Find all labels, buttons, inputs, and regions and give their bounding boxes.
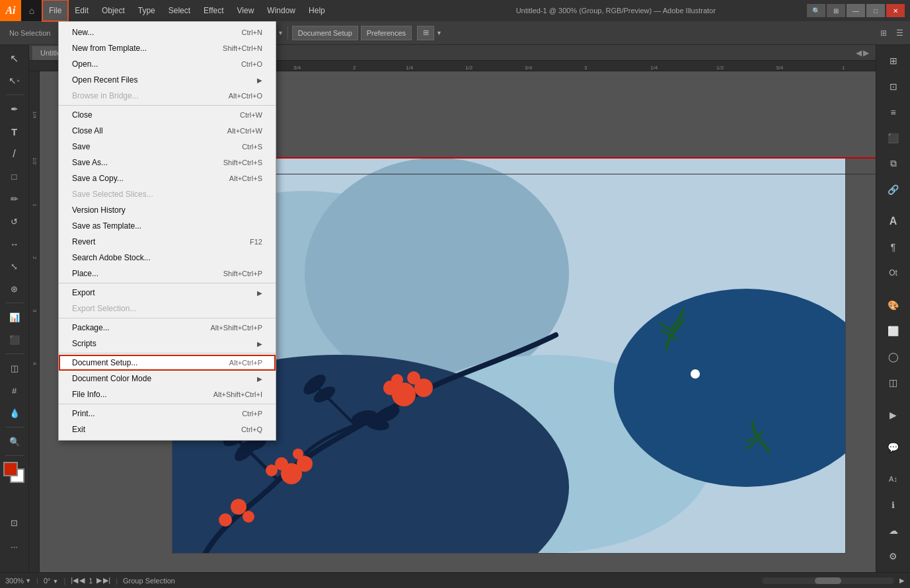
h-scrollbar[interactable] <box>762 577 894 584</box>
panel-btn-settings[interactable]: ⚙ <box>882 545 905 568</box>
panel-icon-2[interactable]: ☰ <box>893 26 906 40</box>
tab-right-arrow[interactable]: ▶ <box>863 48 869 57</box>
menu-print[interactable]: Print... Ctrl+P <box>59 406 276 422</box>
menu-version-history[interactable]: Version History <box>59 202 276 218</box>
panel-btn-gradient[interactable]: ◫ <box>882 371 905 394</box>
menu-save-copy[interactable]: Save a Copy... Alt+Ctrl+S <box>59 170 276 186</box>
menu-close[interactable]: Close Ctrl+W <box>59 107 276 123</box>
panel-btn-transform[interactable]: ⊡ <box>882 75 905 98</box>
svg-text:3/4: 3/4 <box>776 65 784 71</box>
preferences-button[interactable]: Preferences <box>361 26 412 40</box>
search-button[interactable]: 🔍 <box>807 4 825 17</box>
menu-close-all[interactable]: Close All Alt+Ctrl+W <box>59 123 276 139</box>
pen-tool[interactable]: ✒ <box>4 98 25 120</box>
menu-file[interactable]: File <box>42 0 68 21</box>
menu-save-template[interactable]: Save as Template... <box>59 218 276 234</box>
menu-file-info[interactable]: File Info... Alt+Shift+Ctrl+I <box>59 386 276 402</box>
zoom-control[interactable]: 300% ▼ <box>5 577 31 585</box>
type-tool[interactable]: T <box>4 121 25 142</box>
mesh-tool[interactable]: # <box>4 380 25 401</box>
panel-btn-color[interactable]: 🎨 <box>882 294 905 317</box>
menu-window[interactable]: Window <box>260 0 302 21</box>
mirror-tool[interactable]: ↔ <box>4 233 25 254</box>
menu-effect[interactable]: Effect <box>197 0 230 21</box>
angle-arrow[interactable]: ▼ <box>53 578 59 585</box>
page-prev-btn[interactable]: ◀ <box>79 576 85 585</box>
page-last-btn[interactable]: ▶| <box>103 576 110 585</box>
menu-export[interactable]: Export ▶ <box>59 285 276 301</box>
zoom-tool[interactable]: 🔍 <box>4 431 25 452</box>
zoom-arrow[interactable]: ▼ <box>25 577 31 584</box>
selection-status: No Selection <box>4 29 57 37</box>
style-arrow[interactable]: ▼ <box>278 30 284 36</box>
menu-save[interactable]: Save Ctrl+S <box>59 139 276 155</box>
arrange-arrow[interactable]: ▼ <box>436 30 442 36</box>
fg-color-swatch[interactable] <box>3 462 18 476</box>
arrange-button[interactable]: ⊞ <box>417 26 434 40</box>
select-tool[interactable]: ↖ <box>4 48 25 69</box>
h-scrollbar-thumb[interactable] <box>815 577 841 584</box>
panel-btn-play[interactable]: ▶ <box>882 403 905 426</box>
sep-3 <box>59 318 276 318</box>
scroll-arrow-right[interactable]: ▶ <box>899 577 905 584</box>
panel-btn-type[interactable]: A <box>882 210 905 233</box>
menu-package[interactable]: Package... Alt+Shift+Ctrl+P <box>59 320 276 336</box>
menu-save-as[interactable]: Save As... Shift+Ctrl+S <box>59 155 276 170</box>
close-button[interactable]: ✕ <box>886 4 905 17</box>
menu-color-mode[interactable]: Document Color Mode ▶ <box>59 371 276 386</box>
panel-btn-stroke[interactable]: ◯ <box>882 346 905 369</box>
panel-btn-swatches[interactable]: ⬜ <box>882 320 905 343</box>
menu-select[interactable]: Select <box>162 0 197 21</box>
rotate-tool[interactable]: ↺ <box>4 211 25 232</box>
perspective-tool[interactable]: ⬛ <box>4 329 25 350</box>
more-tools[interactable]: ··· <box>4 536 25 557</box>
scale-tool[interactable]: ⤡ <box>4 256 25 277</box>
brush-tool[interactable]: ✏ <box>4 188 25 209</box>
graph-tool[interactable]: 📊 <box>4 307 25 328</box>
menu-new[interactable]: New... Ctrl+N <box>59 24 276 40</box>
artboard-tool[interactable]: ⊡ <box>4 512 25 533</box>
menu-open[interactable]: Open... Ctrl+O <box>59 56 276 72</box>
gradient-tool[interactable]: ◫ <box>4 357 25 379</box>
menu-scripts[interactable]: Scripts ▶ <box>59 336 276 351</box>
panel-btn-chartype[interactable]: A↕ <box>882 468 905 491</box>
panel-btn-pathfinder[interactable]: ⬛ <box>882 126 905 149</box>
layout-button[interactable]: ⊞ <box>827 4 845 17</box>
page-next-btn[interactable]: ▶ <box>96 576 102 585</box>
panel-btn-arrange[interactable]: ⊞ <box>882 49 905 72</box>
home-icon[interactable]: ⌂ <box>21 0 42 21</box>
color-swatches[interactable] <box>3 462 26 484</box>
panel-btn-links[interactable]: 🔗 <box>882 178 905 201</box>
doc-setup-button[interactable]: Document Setup <box>292 26 358 40</box>
menu-object[interactable]: Object <box>95 0 132 21</box>
page-first-btn[interactable]: |◀ <box>71 576 78 585</box>
menu-edit[interactable]: Edit <box>68 0 95 21</box>
warp-tool[interactable]: ⊛ <box>4 278 25 299</box>
menu-type[interactable]: Type <box>132 0 162 21</box>
tab-left-arrow[interactable]: ◀ <box>856 48 862 57</box>
menu-search-stock[interactable]: Search Adobe Stock... <box>59 250 276 266</box>
panel-btn-para[interactable]: ¶ <box>882 236 905 259</box>
panel-btn-info[interactable]: ℹ <box>882 494 905 517</box>
menu-view[interactable]: View <box>231 0 261 21</box>
menu-new-template[interactable]: New from Template... Shift+Ctrl+N <box>59 40 276 56</box>
menu-revert[interactable]: Revert F12 <box>59 234 276 250</box>
minimize-button[interactable]: — <box>847 4 865 17</box>
panel-btn-comment[interactable]: 💬 <box>882 435 905 459</box>
maximize-button[interactable]: □ <box>866 4 885 17</box>
direct-select-tool[interactable]: ↖+ <box>4 70 25 91</box>
menu-help[interactable]: Help <box>302 0 332 21</box>
eyedropper-tool[interactable]: 💧 <box>4 402 25 423</box>
menu-document-setup[interactable]: Document Setup... Alt+Ctrl+P <box>59 355 276 371</box>
panel-btn-align[interactable]: ≡ <box>882 100 905 124</box>
line-tool[interactable]: / <box>4 143 25 165</box>
panel-icon-1[interactable]: ⊞ <box>877 26 890 40</box>
menu-place[interactable]: Place... Shift+Ctrl+P <box>59 266 276 281</box>
menu-exit[interactable]: Exit Ctrl+Q <box>59 422 276 437</box>
panel-btn-cloud[interactable]: ☁ <box>882 519 905 542</box>
panel-btn-opentype[interactable]: Ot <box>882 262 905 285</box>
rect-tool[interactable]: □ <box>4 166 25 187</box>
angle-control[interactable]: 0° ▼ <box>44 577 59 585</box>
panel-btn-layers[interactable]: ⧉ <box>882 152 905 175</box>
menu-open-recent[interactable]: Open Recent Files ▶ <box>59 72 276 88</box>
